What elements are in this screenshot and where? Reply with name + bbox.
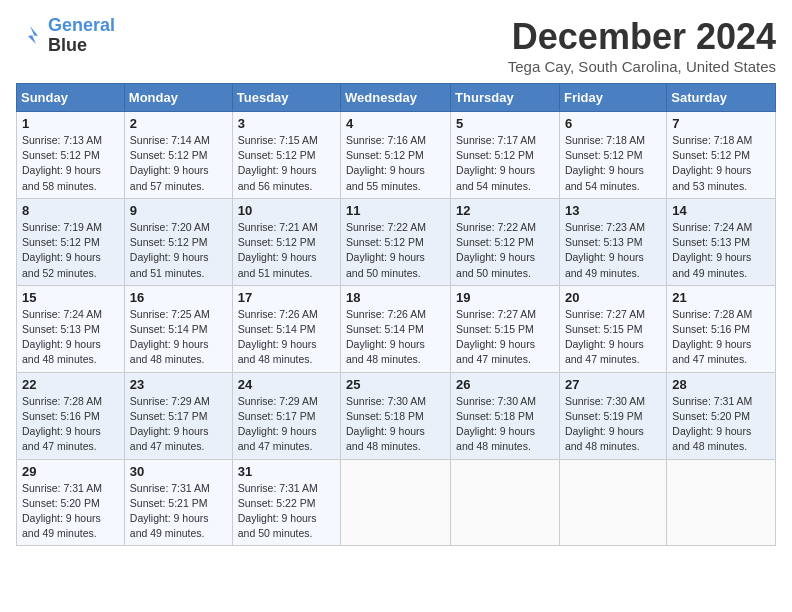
day-info: Sunrise: 7:22 AM Sunset: 5:12 PM Dayligh…	[456, 220, 554, 281]
day-number: 28	[672, 377, 770, 392]
day-info: Sunrise: 7:26 AM Sunset: 5:14 PM Dayligh…	[238, 307, 335, 368]
day-info: Sunrise: 7:19 AM Sunset: 5:12 PM Dayligh…	[22, 220, 119, 281]
day-info: Sunrise: 7:28 AM Sunset: 5:16 PM Dayligh…	[22, 394, 119, 455]
day-number: 6	[565, 116, 661, 131]
day-info: Sunrise: 7:13 AM Sunset: 5:12 PM Dayligh…	[22, 133, 119, 194]
day-info: Sunrise: 7:29 AM Sunset: 5:17 PM Dayligh…	[238, 394, 335, 455]
calendar-cell: 13Sunrise: 7:23 AM Sunset: 5:13 PM Dayli…	[559, 198, 666, 285]
day-info: Sunrise: 7:31 AM Sunset: 5:20 PM Dayligh…	[672, 394, 770, 455]
day-number: 19	[456, 290, 554, 305]
calendar-header-monday: Monday	[124, 84, 232, 112]
day-number: 27	[565, 377, 661, 392]
day-info: Sunrise: 7:24 AM Sunset: 5:13 PM Dayligh…	[22, 307, 119, 368]
day-info: Sunrise: 7:26 AM Sunset: 5:14 PM Dayligh…	[346, 307, 445, 368]
day-number: 24	[238, 377, 335, 392]
day-info: Sunrise: 7:30 AM Sunset: 5:18 PM Dayligh…	[456, 394, 554, 455]
calendar-cell: 26Sunrise: 7:30 AM Sunset: 5:18 PM Dayli…	[451, 372, 560, 459]
calendar-cell: 2Sunrise: 7:14 AM Sunset: 5:12 PM Daylig…	[124, 112, 232, 199]
day-number: 23	[130, 377, 227, 392]
day-info: Sunrise: 7:20 AM Sunset: 5:12 PM Dayligh…	[130, 220, 227, 281]
calendar-cell: 10Sunrise: 7:21 AM Sunset: 5:12 PM Dayli…	[232, 198, 340, 285]
day-info: Sunrise: 7:30 AM Sunset: 5:18 PM Dayligh…	[346, 394, 445, 455]
calendar-cell: 16Sunrise: 7:25 AM Sunset: 5:14 PM Dayli…	[124, 285, 232, 372]
day-number: 16	[130, 290, 227, 305]
day-number: 13	[565, 203, 661, 218]
day-info: Sunrise: 7:25 AM Sunset: 5:14 PM Dayligh…	[130, 307, 227, 368]
calendar-cell: 28Sunrise: 7:31 AM Sunset: 5:20 PM Dayli…	[667, 372, 776, 459]
calendar-week-row: 29Sunrise: 7:31 AM Sunset: 5:20 PM Dayli…	[17, 459, 776, 546]
day-number: 1	[22, 116, 119, 131]
day-info: Sunrise: 7:24 AM Sunset: 5:13 PM Dayligh…	[672, 220, 770, 281]
calendar-header-thursday: Thursday	[451, 84, 560, 112]
day-number: 20	[565, 290, 661, 305]
calendar-cell	[559, 459, 666, 546]
calendar-header-tuesday: Tuesday	[232, 84, 340, 112]
day-number: 26	[456, 377, 554, 392]
calendar-cell: 19Sunrise: 7:27 AM Sunset: 5:15 PM Dayli…	[451, 285, 560, 372]
svg-marker-0	[28, 26, 38, 44]
calendar-header-friday: Friday	[559, 84, 666, 112]
calendar-week-row: 22Sunrise: 7:28 AM Sunset: 5:16 PM Dayli…	[17, 372, 776, 459]
calendar-cell: 12Sunrise: 7:22 AM Sunset: 5:12 PM Dayli…	[451, 198, 560, 285]
calendar-cell: 30Sunrise: 7:31 AM Sunset: 5:21 PM Dayli…	[124, 459, 232, 546]
logo-icon	[16, 22, 44, 50]
calendar-cell: 29Sunrise: 7:31 AM Sunset: 5:20 PM Dayli…	[17, 459, 125, 546]
calendar-cell: 15Sunrise: 7:24 AM Sunset: 5:13 PM Dayli…	[17, 285, 125, 372]
calendar-cell: 8Sunrise: 7:19 AM Sunset: 5:12 PM Daylig…	[17, 198, 125, 285]
day-number: 31	[238, 464, 335, 479]
calendar-cell: 3Sunrise: 7:15 AM Sunset: 5:12 PM Daylig…	[232, 112, 340, 199]
day-info: Sunrise: 7:31 AM Sunset: 5:20 PM Dayligh…	[22, 481, 119, 542]
calendar-cell: 27Sunrise: 7:30 AM Sunset: 5:19 PM Dayli…	[559, 372, 666, 459]
day-info: Sunrise: 7:28 AM Sunset: 5:16 PM Dayligh…	[672, 307, 770, 368]
day-info: Sunrise: 7:31 AM Sunset: 5:22 PM Dayligh…	[238, 481, 335, 542]
calendar-week-row: 1Sunrise: 7:13 AM Sunset: 5:12 PM Daylig…	[17, 112, 776, 199]
day-number: 4	[346, 116, 445, 131]
calendar-cell: 23Sunrise: 7:29 AM Sunset: 5:17 PM Dayli…	[124, 372, 232, 459]
day-number: 29	[22, 464, 119, 479]
day-info: Sunrise: 7:22 AM Sunset: 5:12 PM Dayligh…	[346, 220, 445, 281]
calendar-cell: 6Sunrise: 7:18 AM Sunset: 5:12 PM Daylig…	[559, 112, 666, 199]
calendar-header-saturday: Saturday	[667, 84, 776, 112]
day-number: 25	[346, 377, 445, 392]
day-number: 2	[130, 116, 227, 131]
calendar-cell: 22Sunrise: 7:28 AM Sunset: 5:16 PM Dayli…	[17, 372, 125, 459]
day-info: Sunrise: 7:23 AM Sunset: 5:13 PM Dayligh…	[565, 220, 661, 281]
day-number: 21	[672, 290, 770, 305]
calendar-cell	[451, 459, 560, 546]
calendar-cell: 5Sunrise: 7:17 AM Sunset: 5:12 PM Daylig…	[451, 112, 560, 199]
day-info: Sunrise: 7:30 AM Sunset: 5:19 PM Dayligh…	[565, 394, 661, 455]
day-info: Sunrise: 7:18 AM Sunset: 5:12 PM Dayligh…	[565, 133, 661, 194]
calendar-header-sunday: Sunday	[17, 84, 125, 112]
calendar-cell: 31Sunrise: 7:31 AM Sunset: 5:22 PM Dayli…	[232, 459, 340, 546]
calendar-cell: 20Sunrise: 7:27 AM Sunset: 5:15 PM Dayli…	[559, 285, 666, 372]
subtitle: Tega Cay, South Carolina, United States	[508, 58, 776, 75]
day-number: 7	[672, 116, 770, 131]
day-info: Sunrise: 7:27 AM Sunset: 5:15 PM Dayligh…	[456, 307, 554, 368]
calendar-cell: 18Sunrise: 7:26 AM Sunset: 5:14 PM Dayli…	[341, 285, 451, 372]
calendar-cell: 24Sunrise: 7:29 AM Sunset: 5:17 PM Dayli…	[232, 372, 340, 459]
header: GeneralBlue December 2024 Tega Cay, Sout…	[16, 16, 776, 75]
day-info: Sunrise: 7:17 AM Sunset: 5:12 PM Dayligh…	[456, 133, 554, 194]
calendar-cell: 1Sunrise: 7:13 AM Sunset: 5:12 PM Daylig…	[17, 112, 125, 199]
calendar-cell: 21Sunrise: 7:28 AM Sunset: 5:16 PM Dayli…	[667, 285, 776, 372]
calendar-cell: 11Sunrise: 7:22 AM Sunset: 5:12 PM Dayli…	[341, 198, 451, 285]
calendar-cell	[667, 459, 776, 546]
day-info: Sunrise: 7:15 AM Sunset: 5:12 PM Dayligh…	[238, 133, 335, 194]
day-info: Sunrise: 7:31 AM Sunset: 5:21 PM Dayligh…	[130, 481, 227, 542]
calendar-table: SundayMondayTuesdayWednesdayThursdayFrid…	[16, 83, 776, 546]
day-info: Sunrise: 7:27 AM Sunset: 5:15 PM Dayligh…	[565, 307, 661, 368]
day-number: 17	[238, 290, 335, 305]
calendar-cell	[341, 459, 451, 546]
day-number: 30	[130, 464, 227, 479]
day-number: 8	[22, 203, 119, 218]
title-area: December 2024 Tega Cay, South Carolina, …	[508, 16, 776, 75]
day-number: 9	[130, 203, 227, 218]
calendar-header-wednesday: Wednesday	[341, 84, 451, 112]
calendar-cell: 4Sunrise: 7:16 AM Sunset: 5:12 PM Daylig…	[341, 112, 451, 199]
calendar-cell: 9Sunrise: 7:20 AM Sunset: 5:12 PM Daylig…	[124, 198, 232, 285]
day-number: 14	[672, 203, 770, 218]
month-title: December 2024	[508, 16, 776, 58]
calendar-cell: 25Sunrise: 7:30 AM Sunset: 5:18 PM Dayli…	[341, 372, 451, 459]
day-info: Sunrise: 7:14 AM Sunset: 5:12 PM Dayligh…	[130, 133, 227, 194]
day-number: 12	[456, 203, 554, 218]
